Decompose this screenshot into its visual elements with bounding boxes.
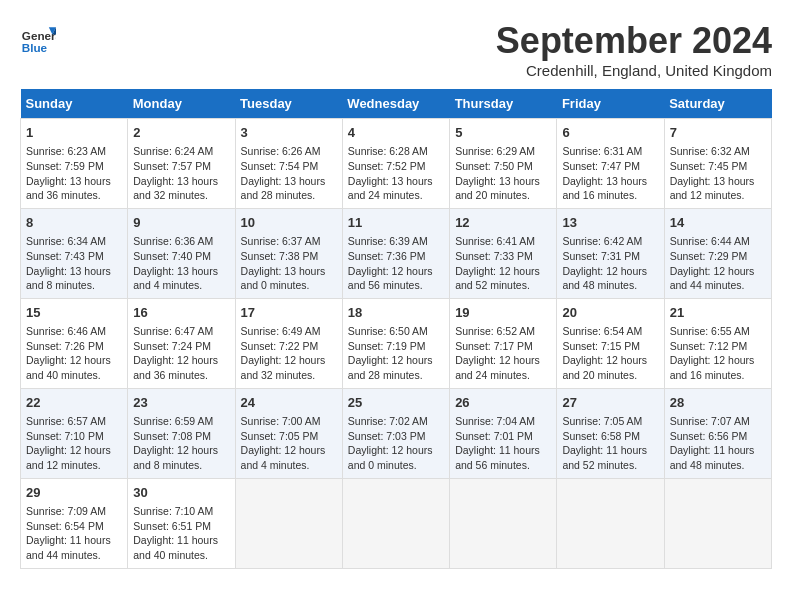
day-cell: 4Sunrise: 6:28 AMSunset: 7:52 PMDaylight… [342,119,449,209]
weekday-wednesday: Wednesday [342,89,449,119]
day-number: 21 [670,304,766,322]
day-cell: 1Sunrise: 6:23 AMSunset: 7:59 PMDaylight… [21,119,128,209]
day-number: 8 [26,214,122,232]
day-cell: 15Sunrise: 6:46 AMSunset: 7:26 PMDayligh… [21,298,128,388]
day-cell: 5Sunrise: 6:29 AMSunset: 7:50 PMDaylight… [450,119,557,209]
day-number: 29 [26,484,122,502]
day-number: 11 [348,214,444,232]
day-cell: 14Sunrise: 6:44 AMSunset: 7:29 PMDayligh… [664,208,771,298]
day-cell: 17Sunrise: 6:49 AMSunset: 7:22 PMDayligh… [235,298,342,388]
day-number: 26 [455,394,551,412]
day-cell: 9Sunrise: 6:36 AMSunset: 7:40 PMDaylight… [128,208,235,298]
week-row-1: 8Sunrise: 6:34 AMSunset: 7:43 PMDaylight… [21,208,772,298]
weekday-friday: Friday [557,89,664,119]
day-number: 20 [562,304,658,322]
day-cell: 12Sunrise: 6:41 AMSunset: 7:33 PMDayligh… [450,208,557,298]
day-cell: 25Sunrise: 7:02 AMSunset: 7:03 PMDayligh… [342,388,449,478]
day-number: 16 [133,304,229,322]
day-number: 22 [26,394,122,412]
weekday-thursday: Thursday [450,89,557,119]
day-cell [342,478,449,568]
weekday-saturday: Saturday [664,89,771,119]
day-cell: 6Sunrise: 6:31 AMSunset: 7:47 PMDaylight… [557,119,664,209]
calendar-body: 1Sunrise: 6:23 AMSunset: 7:59 PMDaylight… [21,119,772,569]
day-cell: 20Sunrise: 6:54 AMSunset: 7:15 PMDayligh… [557,298,664,388]
logo: General Blue [20,20,56,56]
day-cell [450,478,557,568]
day-number: 10 [241,214,337,232]
day-number: 14 [670,214,766,232]
day-cell: 3Sunrise: 6:26 AMSunset: 7:54 PMDaylight… [235,119,342,209]
day-cell: 10Sunrise: 6:37 AMSunset: 7:38 PMDayligh… [235,208,342,298]
day-number: 15 [26,304,122,322]
day-number: 1 [26,124,122,142]
day-cell: 13Sunrise: 6:42 AMSunset: 7:31 PMDayligh… [557,208,664,298]
header: General Blue September 2024 Credenhill, … [20,20,772,79]
day-number: 27 [562,394,658,412]
day-number: 6 [562,124,658,142]
day-number: 25 [348,394,444,412]
day-number: 9 [133,214,229,232]
day-number: 4 [348,124,444,142]
day-number: 5 [455,124,551,142]
day-number: 12 [455,214,551,232]
day-number: 3 [241,124,337,142]
day-number: 24 [241,394,337,412]
week-row-0: 1Sunrise: 6:23 AMSunset: 7:59 PMDaylight… [21,119,772,209]
day-number: 17 [241,304,337,322]
day-cell: 16Sunrise: 6:47 AMSunset: 7:24 PMDayligh… [128,298,235,388]
day-number: 30 [133,484,229,502]
day-number: 2 [133,124,229,142]
day-cell: 7Sunrise: 6:32 AMSunset: 7:45 PMDaylight… [664,119,771,209]
day-cell: 11Sunrise: 6:39 AMSunset: 7:36 PMDayligh… [342,208,449,298]
day-cell: 27Sunrise: 7:05 AMSunset: 6:58 PMDayligh… [557,388,664,478]
day-number: 28 [670,394,766,412]
weekday-sunday: Sunday [21,89,128,119]
month-title: September 2024 [496,20,772,62]
day-cell: 21Sunrise: 6:55 AMSunset: 7:12 PMDayligh… [664,298,771,388]
day-cell: 22Sunrise: 6:57 AMSunset: 7:10 PMDayligh… [21,388,128,478]
day-cell [235,478,342,568]
week-row-2: 15Sunrise: 6:46 AMSunset: 7:26 PMDayligh… [21,298,772,388]
day-number: 7 [670,124,766,142]
logo-icon: General Blue [20,20,56,56]
day-cell: 30Sunrise: 7:10 AMSunset: 6:51 PMDayligh… [128,478,235,568]
weekday-header: SundayMondayTuesdayWednesdayThursdayFrid… [21,89,772,119]
day-number: 23 [133,394,229,412]
day-cell: 23Sunrise: 6:59 AMSunset: 7:08 PMDayligh… [128,388,235,478]
day-cell: 18Sunrise: 6:50 AMSunset: 7:19 PMDayligh… [342,298,449,388]
day-cell: 28Sunrise: 7:07 AMSunset: 6:56 PMDayligh… [664,388,771,478]
day-cell: 29Sunrise: 7:09 AMSunset: 6:54 PMDayligh… [21,478,128,568]
week-row-4: 29Sunrise: 7:09 AMSunset: 6:54 PMDayligh… [21,478,772,568]
day-cell: 26Sunrise: 7:04 AMSunset: 7:01 PMDayligh… [450,388,557,478]
svg-text:Blue: Blue [22,41,48,54]
title-area: September 2024 Credenhill, England, Unit… [496,20,772,79]
day-cell: 19Sunrise: 6:52 AMSunset: 7:17 PMDayligh… [450,298,557,388]
location: Credenhill, England, United Kingdom [496,62,772,79]
day-number: 13 [562,214,658,232]
weekday-tuesday: Tuesday [235,89,342,119]
weekday-monday: Monday [128,89,235,119]
day-cell [557,478,664,568]
day-cell [664,478,771,568]
day-number: 19 [455,304,551,322]
week-row-3: 22Sunrise: 6:57 AMSunset: 7:10 PMDayligh… [21,388,772,478]
day-cell: 2Sunrise: 6:24 AMSunset: 7:57 PMDaylight… [128,119,235,209]
day-cell: 8Sunrise: 6:34 AMSunset: 7:43 PMDaylight… [21,208,128,298]
day-cell: 24Sunrise: 7:00 AMSunset: 7:05 PMDayligh… [235,388,342,478]
day-number: 18 [348,304,444,322]
calendar-table: SundayMondayTuesdayWednesdayThursdayFrid… [20,89,772,569]
